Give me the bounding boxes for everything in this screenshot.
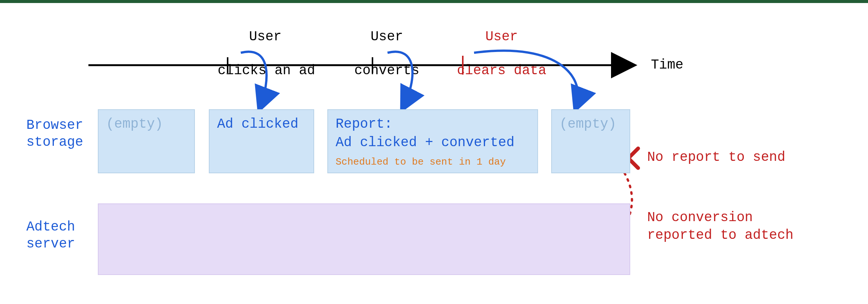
event-clear-line1: User <box>485 29 518 44</box>
storage-box-empty-final: (empty) <box>551 109 630 173</box>
error-no-report: No report to send <box>647 149 785 167</box>
event-click-line1: User <box>249 29 281 44</box>
storage-box-empty-final-text: (empty) <box>559 116 616 132</box>
top-accent-bar <box>0 0 868 3</box>
storage-box-report-schedule: Scheduled to be sent in 1 day <box>336 156 530 169</box>
event-convert-line2: converts <box>354 63 420 78</box>
storage-box-report-line1: Report: <box>336 116 392 132</box>
event-clear-line2: clears data <box>457 63 546 78</box>
event-convert-line1: User <box>371 29 403 44</box>
error-no-conversion: No conversionreported to adtech <box>647 209 794 244</box>
row-label-browser: Browserstorage <box>26 117 83 151</box>
event-click-line2: clicks an ad <box>217 63 315 78</box>
storage-box-ad-clicked: Ad clicked <box>209 109 314 173</box>
timeline-event-clear: User clears data <box>421 11 549 96</box>
row-label-adtech: Adtechserver <box>26 218 75 252</box>
storage-box-report-line2: Ad clicked + converted <box>336 135 514 150</box>
storage-box-empty-initial: (empty) <box>98 109 195 173</box>
timeline-event-click: User clicks an ad <box>185 11 313 96</box>
timeline-axis-label: Time <box>651 57 683 73</box>
timeline-event-convert: User converts <box>318 11 423 96</box>
storage-box-report: Report: Ad clicked + converted Scheduled… <box>327 109 538 173</box>
adtech-server-box <box>98 203 630 275</box>
diagram-stage: User clicks an ad User converts User cle… <box>0 0 868 304</box>
storage-box-empty-initial-text: (empty) <box>106 116 163 132</box>
storage-box-ad-clicked-text: Ad clicked <box>217 116 298 132</box>
